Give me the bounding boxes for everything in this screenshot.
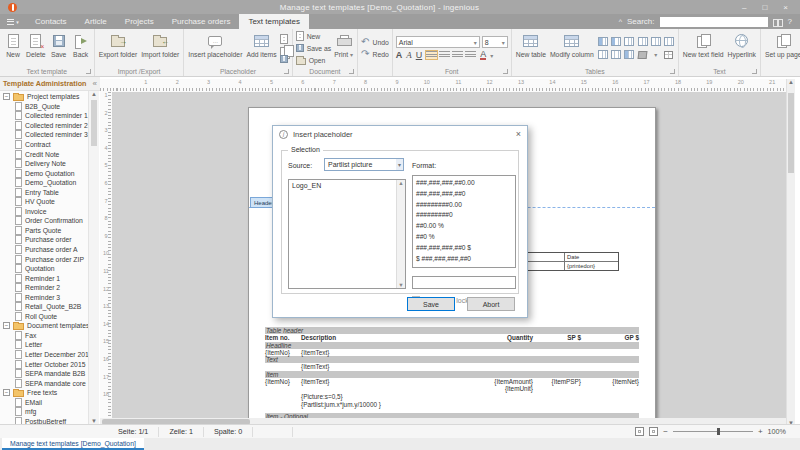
close-button[interactable]: ×	[783, 3, 788, 12]
format-item[interactable]: ###,###,###,##0.00	[416, 178, 512, 189]
underline-button[interactable]: U	[416, 50, 423, 60]
tree-item[interactable]: − Retail_Quote_B2B	[0, 302, 88, 312]
dialog-launcher-icon[interactable]	[86, 69, 91, 74]
minimize-button[interactable]: –	[742, 3, 746, 12]
new-text-field-button[interactable]: New text field	[682, 30, 725, 66]
tree-item[interactable]: − Purchase order A	[0, 245, 88, 255]
abort-button[interactable]: Abort	[467, 297, 515, 311]
tree-item[interactable]: − Credit Note	[0, 149, 88, 159]
dialog-title-bar[interactable]: i Insert placeholder ×	[273, 126, 527, 142]
tree-item[interactable]: − Purchase order ZIP	[0, 254, 88, 264]
tree-item[interactable]: − SEPA mandate B2B	[0, 369, 88, 379]
insert-row-below-button[interactable]	[610, 49, 622, 61]
format-item[interactable]: ###,###,###,##0 $	[416, 243, 512, 254]
tree-item[interactable]: − Reminder 1	[0, 273, 88, 283]
tree-item[interactable]: − HV Quote	[0, 197, 88, 207]
copy-item-button[interactable]	[280, 45, 289, 54]
expander-icon[interactable]: −	[3, 322, 10, 329]
format-input[interactable]	[412, 276, 516, 289]
shading-dropdown[interactable]: ▾	[650, 49, 662, 61]
tab-article[interactable]: Article	[76, 14, 116, 29]
document-new-button[interactable]: New	[296, 31, 332, 42]
dialog-launcher-icon[interactable]	[670, 69, 675, 74]
vertical-scrollbar[interactable]: ▲ ▼	[786, 79, 795, 426]
font-size-select[interactable]: 8▾	[482, 36, 508, 48]
tree-item[interactable]: − Document templates	[0, 321, 88, 331]
italic-button[interactable]: A	[406, 50, 412, 60]
dialog-launcher-icon[interactable]	[284, 69, 289, 74]
delete-template-button[interactable]: × Delete	[25, 30, 47, 66]
format-item[interactable]: #########0	[416, 210, 512, 221]
scroll-up-icon[interactable]: ▲	[787, 79, 795, 85]
tree-item[interactable]: − B2B_Quote	[0, 102, 88, 112]
insert-placeholder-button[interactable]: ... Insert placeholder	[187, 30, 243, 66]
source-select[interactable]: Partlist picture ▾	[324, 158, 404, 171]
edit-item-button[interactable]	[280, 34, 289, 44]
find-icon[interactable]	[773, 18, 783, 26]
save-button[interactable]: Save	[407, 297, 455, 311]
import-folder-button[interactable]: ← Import folder	[140, 30, 180, 66]
fit-page-icon[interactable]	[635, 427, 644, 436]
dialog-launcher-icon[interactable]	[349, 69, 354, 74]
scroll-up-icon[interactable]: ▲	[398, 180, 403, 186]
tree-item[interactable]: − Letter	[0, 340, 88, 350]
document-tab[interactable]: Manage text templates [Demo_Quotation]	[2, 438, 144, 450]
modify-column-button[interactable]: Modify column	[549, 30, 595, 66]
tab-purchase-orders[interactable]: Purchase orders	[163, 14, 240, 29]
delete-column-button[interactable]	[623, 36, 635, 48]
format-item[interactable]: ##0 %	[416, 232, 512, 243]
dialog-launcher-icon[interactable]	[503, 69, 508, 74]
fit-width-icon[interactable]	[649, 427, 658, 436]
tree-item[interactable]: − mfg	[0, 407, 88, 417]
tab-contacts[interactable]: Contacts	[26, 14, 76, 29]
tree-item[interactable]: − Project templates	[0, 92, 88, 102]
new-template-button[interactable]: New	[3, 30, 23, 66]
add-items-button[interactable]: Add items	[245, 30, 277, 66]
listbox-scrollbar[interactable]: ▲ ▼	[396, 180, 405, 288]
tree-item[interactable]: − Contract	[0, 140, 88, 150]
new-table-button[interactable]: New table	[515, 30, 547, 66]
back-button[interactable]: Back	[71, 30, 91, 66]
collapse-ribbon-icon[interactable]: ^	[619, 18, 622, 25]
print-button[interactable]: Print ▾	[333, 30, 354, 66]
dialog-launcher-icon[interactable]	[752, 69, 757, 74]
tree-item[interactable]: − Free texts	[0, 388, 88, 398]
tree-item[interactable]: − Collected reminder 3	[0, 130, 88, 140]
tree-item[interactable]: − Letter October 2015	[0, 359, 88, 369]
zoom-in-button[interactable]: +	[758, 427, 763, 436]
align-left-button[interactable]	[426, 51, 437, 59]
tree-item[interactable]: − Reminder 2	[0, 283, 88, 293]
scrollbar-thumb[interactable]	[91, 100, 97, 146]
export-item-button[interactable]	[280, 55, 289, 63]
export-folder-button[interactable]: → Export folder	[98, 30, 139, 66]
help-icon[interactable]: ?	[788, 17, 792, 26]
align-center-button[interactable]	[439, 51, 450, 59]
format-item[interactable]: $ ###,###,###,##0	[416, 254, 512, 265]
tree-item[interactable]: − Roll Quote	[0, 312, 88, 322]
align-right-button[interactable]	[452, 51, 463, 59]
save-template-button[interactable]: Save	[49, 30, 69, 66]
tree-item[interactable]: − Entry Table	[0, 187, 88, 197]
source-listbox[interactable]: Logo_EN ▲ ▼	[288, 179, 406, 289]
tab-projects[interactable]: Projects	[116, 14, 163, 29]
chevron-down-icon[interactable]: ▾	[490, 52, 493, 59]
set-up-page-button[interactable]: Set up page	[764, 30, 800, 66]
format-item[interactable]: ###,###,###,##0	[416, 189, 512, 200]
font-color-button[interactable]: A	[480, 50, 486, 60]
app-menu-button[interactable]: ▾	[0, 14, 26, 29]
scroll-up-icon[interactable]: ▲	[89, 91, 99, 97]
tree-item[interactable]: − Quotation	[0, 264, 88, 274]
insert-row-above-button[interactable]	[597, 49, 609, 61]
bold-button[interactable]: A	[396, 50, 403, 60]
tree-item[interactable]: − Reminder 3	[0, 292, 88, 302]
tree-item[interactable]: − Delivery Note	[0, 159, 88, 169]
font-family-select[interactable]: Arial▾	[396, 36, 480, 48]
sidebar-scrollbar[interactable]: ▲ ▼	[88, 91, 99, 425]
split-cells-button[interactable]	[650, 36, 662, 48]
merge-cells-button[interactable]	[637, 36, 649, 48]
shading-button[interactable]	[637, 49, 649, 61]
list-item[interactable]: Logo_EN	[289, 180, 405, 191]
borders-button[interactable]	[663, 49, 675, 61]
delete-row-button[interactable]	[623, 49, 635, 61]
document-save-as-button[interactable]: Save as	[296, 43, 332, 54]
